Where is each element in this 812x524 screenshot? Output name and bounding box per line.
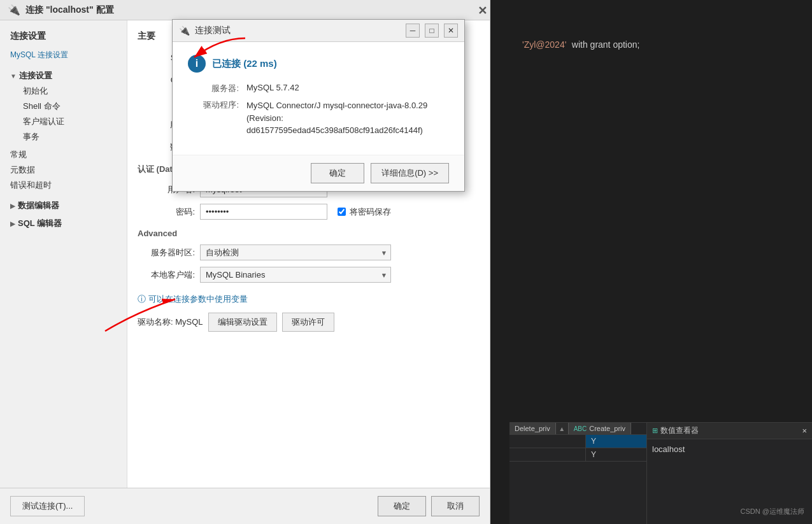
form-row-local-client: 本地客户端: MySQL Binaries ▾ [138,267,480,283]
data-viewer-close-button[interactable]: × [802,426,807,435]
variables-link[interactable]: ⓘ 可以在连接参数中使用变量 [138,294,248,304]
col-sort-icon: ▲ [556,423,569,434]
col-delete-priv: Delete_priv [509,423,556,434]
label-password: 密码: [138,206,195,218]
save-password-row: 将密码保存 [338,206,391,218]
arrow-right-icon-1: ▶ [10,202,15,209]
arrow-right-icon-2: ▶ [10,220,15,227]
close-button[interactable]: ✕ [444,24,458,38]
save-password-label: 将密码保存 [350,206,391,218]
local-client-select-wrapper: MySQL Binaries ▾ [200,267,391,283]
test-dialog-title-left: 🔌 连接测试 [179,25,231,36]
driver-info-row: 驱动程序: MySQL Connector/J mysql-connector-… [188,99,449,137]
sidebar-data-editor[interactable]: ▶ 数据编辑器 [0,198,127,213]
form-row-password: 密码: 将密码保存 [138,204,480,220]
advanced-section-header: Advanced [138,229,480,238]
data-viewer-icon: ⊞ [652,427,658,435]
test-dialog-icon: 🔌 [179,25,190,36]
code-string: 'Zyl@2024' [522,39,566,50]
driver-license-button[interactable]: 驱动许可 [282,313,334,332]
test-connection-dialog: 🔌 连接测试 ─ □ ✕ i 已连接 (22 ms) 服务器: MySQL 5.… [172,19,465,192]
server-info-row: 服务器: MySQL 5.7.42 [188,83,449,94]
conn-sidebar-conn-section-title[interactable]: ▼ 连接设置 [10,68,117,83]
driver-label: 驱动名称: MySQL [138,316,203,328]
test-status-row: i 已连接 (22 ms) [188,55,449,73]
col-create-priv: ABC Create_priv [569,423,631,434]
cell-delete-2 [509,448,586,462]
test-status-text: 已连接 (22 ms) [212,58,277,70]
data-viewer-value: localhost [652,444,807,454]
conn-sidebar-subtitle: MySQL 连接设置 [0,48,127,66]
editor-code-area: 'Zyl@2024' with grant option; [522,38,639,51]
select-timezone[interactable]: 自动检测 [200,244,391,260]
footer-right-buttons: 确定 取消 [378,496,480,516]
data-viewer-title-area: ⊞ 数值查看器 [652,425,699,436]
conn-dialog-footer: 测试连接(T)... 确定 取消 [0,488,490,524]
conn-dialog-titlebar: 🔌 连接 "localhost" 配置 ✕ [0,0,490,20]
label-timezone: 服务器时区: [138,247,195,258]
test-dialog-title-text: 连接测试 [195,25,231,36]
conn-sidebar: 连接设置 MySQL 连接设置 ▼ 连接设置 初始化 Shell 命令 客户端认… [0,20,127,488]
conn-sidebar-expandable-sections: ▶ 数据编辑器 ▶ SQL 编辑器 [0,198,127,231]
arrow-down-icon: ▼ [10,73,17,80]
test-ok-button[interactable]: 确定 [311,163,364,183]
conn-dialog-title-text: 连接 "localhost" 配置 [25,4,114,16]
sidebar-item-metadata[interactable]: 元数据 [0,162,127,178]
driver-row: 驱动名称: MySQL 编辑驱动设置 驱动许可 [138,313,480,332]
watermark: CSDN @运维魔法师 [741,507,804,516]
test-detail-button[interactable]: 详细信息(D) >> [371,163,449,183]
input-password[interactable] [200,204,327,220]
cell-delete-1 [509,435,586,448]
sidebar-item-shell[interactable]: Shell 命令 [10,99,117,114]
code-keyword: with grant option; [572,39,640,50]
conn-dialog-close-bg[interactable]: ✕ [478,4,487,18]
data-viewer-title: 数值查看器 [660,425,699,436]
server-label: 服务器: [188,83,239,94]
label-local-client: 本地客户端: [138,269,195,281]
sidebar-sql-editor[interactable]: ▶ SQL 编辑器 [0,216,127,231]
driver-label-popup: 驱动程序: [188,99,239,137]
info-icon: i [188,55,206,73]
maximize-button[interactable]: □ [425,24,439,38]
variables-link-row: ⓘ 可以在连接参数中使用变量 [138,293,480,305]
cancel-button[interactable]: 取消 [431,496,480,516]
server-value: MySQL 5.7.42 [246,83,299,94]
edit-driver-button[interactable]: 编辑驱动设置 [208,313,277,332]
sidebar-item-transaction[interactable]: 事务 [10,129,117,145]
test-dialog-body: i 已连接 (22 ms) 服务器: MySQL 5.7.42 驱动程序: My… [173,42,464,155]
test-dialog-window-controls: ─ □ ✕ [406,24,458,38]
test-connection-button[interactable]: 测试连接(T)... [10,496,85,516]
conn-sidebar-main-title: 连接设置 [0,27,127,48]
ok-button[interactable]: 确定 [378,496,426,516]
data-viewer-content: localhost [647,439,812,459]
sidebar-item-init[interactable]: 初始化 [10,83,117,99]
form-row-timezone: 服务器时区: 自动检测 ▾ [138,244,480,260]
conn-sidebar-conn-section: ▼ 连接设置 初始化 Shell 命令 客户端认证 事务 [0,66,127,147]
timezone-select-wrapper: 自动检测 ▾ [200,244,391,260]
test-dialog-titlebar: 🔌 连接测试 ─ □ ✕ [173,20,464,42]
table-area: Delete_priv ▲ ABC Create_priv Y Y [509,423,812,506]
sidebar-item-general[interactable]: 常规 [0,147,127,162]
driver-value: MySQL Connector/J mysql-connector-java-8… [246,99,449,137]
save-password-checkbox[interactable] [338,208,346,216]
sidebar-item-errors[interactable]: 错误和超时 [0,178,127,193]
conn-dialog-icon: 🔌 [8,4,20,16]
select-local-client[interactable]: MySQL Binaries [200,267,391,283]
data-viewer-header: ⊞ 数值查看器 × [647,423,812,439]
conn-section-label: 连接设置 [19,70,52,81]
test-dialog-footer: 确定 详细信息(D) >> [173,155,464,191]
minimize-button[interactable]: ─ [406,24,420,38]
sidebar-item-client-auth[interactable]: 客户端认证 [10,114,117,129]
